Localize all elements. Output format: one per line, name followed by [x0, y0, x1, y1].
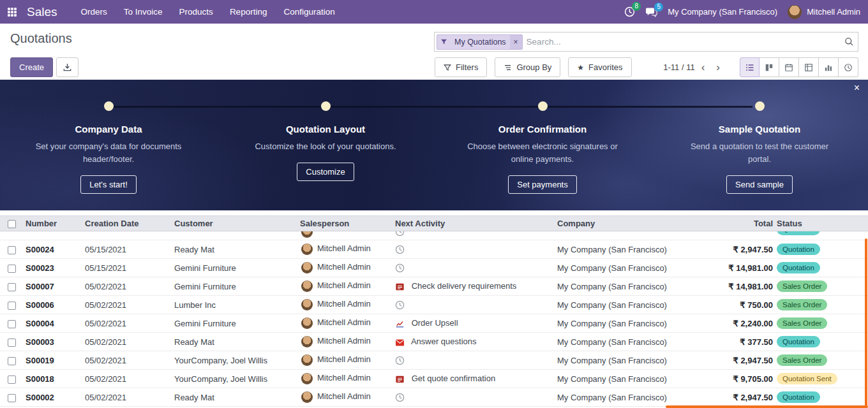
activity-view-icon[interactable]: [839, 57, 858, 77]
group-by-button[interactable]: Group By: [495, 57, 560, 77]
activity-clock-icon[interactable]: [395, 245, 405, 254]
column-header-next-activity[interactable]: Next Activity: [394, 216, 556, 231]
activity-clock-icon[interactable]: [395, 263, 405, 273]
user-menu[interactable]: Mitchell Admin: [807, 7, 860, 17]
menu-reporting[interactable]: Reporting: [221, 0, 276, 24]
column-header-salesperson[interactable]: Salesperson: [299, 216, 394, 231]
menu-to-invoice[interactable]: To Invoice: [116, 0, 171, 24]
column-header-status[interactable]: Status: [775, 216, 868, 231]
horizontal-scrollbar-thumb[interactable]: [666, 405, 868, 408]
calendar-view-icon[interactable]: [779, 57, 799, 77]
column-header-creation-date[interactable]: Creation Date: [84, 216, 173, 231]
column-header-customer[interactable]: Customer: [173, 216, 299, 231]
status-badge: Sales Order: [777, 280, 827, 293]
row-checkbox[interactable]: [8, 375, 16, 384]
set-payments-button[interactable]: Set payments: [508, 175, 577, 194]
facet-remove-icon[interactable]: ×: [510, 35, 522, 49]
row-checkbox[interactable]: [8, 246, 16, 254]
customer-name: Gemini Furniture: [174, 263, 236, 273]
activity-clock-icon[interactable]: [395, 231, 405, 237]
user-avatar[interactable]: [788, 5, 802, 19]
activity-clock-icon[interactable]: [395, 393, 405, 402]
quotations-list: Number Creation Date Customer Salesperso…: [0, 215, 868, 407]
total-amount: ₹ 2,240.00: [733, 319, 774, 328]
banner-close-icon[interactable]: ×: [854, 83, 860, 93]
menu-orders[interactable]: Orders: [73, 0, 116, 24]
send-sample-button[interactable]: Send sample: [726, 175, 793, 194]
activity-todo-icon[interactable]: [395, 375, 405, 384]
table-row[interactable]: S00002 05/02/2021 Ready Mat Mitchell Adm…: [0, 388, 868, 407]
company-name: My Company (San Francisco): [557, 374, 667, 384]
filters-button[interactable]: Filters: [435, 57, 487, 77]
favorites-button[interactable]: ★ Favorites: [568, 57, 631, 77]
activity-clock-icon[interactable]: [395, 356, 405, 365]
pager-next-icon[interactable]: ›: [711, 62, 725, 73]
pivot-view-icon[interactable]: [799, 57, 819, 77]
row-checkbox[interactable]: [8, 339, 16, 347]
activities-clock-icon[interactable]: 8: [624, 6, 635, 17]
export-icon[interactable]: [56, 57, 79, 77]
creation-date: 05/02/2021: [85, 319, 126, 328]
creation-date: 05/15/2021: [85, 245, 126, 254]
status-badge: Sales Order: [777, 299, 827, 311]
column-header-company[interactable]: Company: [556, 216, 701, 231]
menu-configuration[interactable]: Configuration: [275, 0, 343, 24]
salesperson-avatar: [301, 280, 313, 292]
table-row[interactable]: S00018 05/02/2021 YourCompany, Joel Will…: [0, 370, 868, 388]
salesperson-avatar: [301, 373, 313, 384]
pager-previous-icon[interactable]: ‹: [696, 62, 710, 73]
creation-date: 05/02/2021: [85, 374, 126, 384]
kanban-view-icon[interactable]: [760, 57, 779, 77]
column-header-total[interactable]: Total: [701, 216, 775, 231]
search-facet: My Quotations ×: [437, 34, 523, 50]
company-switcher[interactable]: My Company (San Francisco): [668, 7, 777, 17]
pager-range: 1-11 / 11: [663, 62, 694, 72]
table-row[interactable]: S00004 05/02/2021 Gemini Furniture Mitch…: [0, 314, 868, 333]
step-description: Send a quotation to test the customer po…: [680, 140, 839, 166]
row-checkbox[interactable]: [8, 357, 16, 365]
apps-menu-icon[interactable]: [8, 8, 17, 17]
menu-products[interactable]: Products: [171, 0, 221, 24]
activity-todo-icon[interactable]: [395, 282, 405, 291]
customize-button[interactable]: Customize: [297, 163, 354, 181]
lets-start-button[interactable]: Let's start!: [80, 175, 137, 194]
filter-funnel-icon: [437, 35, 451, 49]
total-amount: ₹ 2,947.50: [733, 245, 774, 254]
row-checkbox[interactable]: [8, 320, 16, 328]
company-name: My Company (San Francisco): [557, 337, 667, 347]
next-activity-label: Order Upsell: [412, 318, 458, 328]
table-row[interactable]: S00019 05/02/2021 YourCompany, Joel Will…: [0, 351, 868, 370]
messages-icon[interactable]: 5: [645, 7, 657, 17]
activity-clock-icon[interactable]: [395, 300, 405, 310]
search-input[interactable]: [527, 37, 844, 47]
status-badge: Quotation: [777, 262, 820, 274]
row-checkbox[interactable]: [8, 394, 16, 402]
salesperson-avatar: [301, 299, 313, 310]
row-checkbox[interactable]: [8, 302, 16, 310]
table-row-partial[interactable]: Quotation: [0, 231, 868, 240]
select-all-checkbox[interactable]: [8, 220, 16, 228]
salesperson-avatar: [301, 354, 313, 366]
row-checkbox[interactable]: [8, 283, 16, 291]
search-icon[interactable]: [844, 37, 854, 47]
total-amount: ₹ 2,947.50: [733, 393, 774, 402]
activity-upsell-chart-icon[interactable]: [395, 319, 405, 328]
column-header-number[interactable]: Number: [24, 216, 84, 231]
vertical-scrollbar-thumb[interactable]: [865, 238, 867, 407]
salesperson-name: Mitchell Admin: [317, 373, 371, 382]
activity-email-icon[interactable]: [395, 339, 405, 347]
activity-count-badge: 8: [632, 2, 641, 11]
list-view-icon[interactable]: [740, 57, 760, 77]
table-row[interactable]: S00023 05/15/2021 Gemini Furniture Mitch…: [0, 259, 868, 277]
create-button[interactable]: Create: [10, 57, 53, 77]
table-row[interactable]: S00007 05/02/2021 Gemini Furniture Mitch…: [0, 277, 868, 296]
app-name[interactable]: Sales: [27, 5, 57, 19]
step-description: Choose between electronic signatures or …: [463, 140, 622, 166]
graph-view-icon[interactable]: [819, 57, 839, 77]
table-row[interactable]: S00003 05/02/2021 Ready Mat Mitchell Adm…: [0, 333, 868, 351]
row-checkbox[interactable]: [8, 265, 16, 273]
status-badge: Quotation: [777, 391, 820, 404]
table-row[interactable]: S00006 05/02/2021 Lumber Inc Mitchell Ad…: [0, 296, 868, 314]
table-row[interactable]: S00024 05/15/2021 Ready Mat Mitchell Adm…: [0, 240, 868, 259]
quotation-number: S00002: [26, 393, 54, 402]
